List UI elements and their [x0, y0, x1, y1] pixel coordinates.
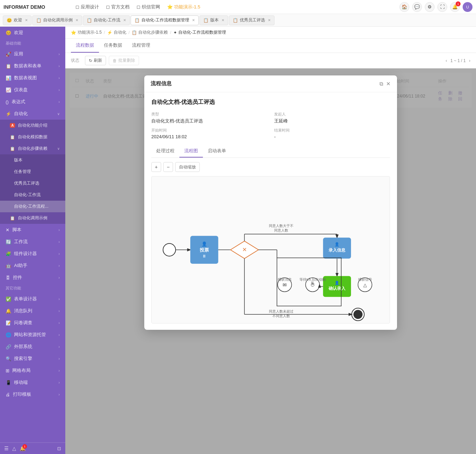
tab-employee[interactable]: 📋 优秀员工评选 ✕: [229, 15, 275, 25]
svg-text:△: △: [363, 282, 367, 288]
svg-text:发: 发: [311, 281, 314, 285]
sidebar-item-auto-intro[interactable]: A 自动化功能介绍: [0, 120, 65, 131]
tab-automation-example[interactable]: 📋 自动化调用示例 ✕: [32, 15, 82, 25]
prev-page-btn[interactable]: ‹: [446, 58, 447, 63]
dialog-tab-flowchart[interactable]: 流程图: [179, 145, 203, 158]
tab-welcome-close[interactable]: ✕: [25, 18, 28, 22]
sidebar-item-mobile[interactable]: 📱 移动端 ›: [0, 376, 65, 388]
content-tabs: 流程数据 任务数据 流程管理: [65, 39, 476, 53]
sidebar-item-datatable[interactable]: 📋 数据表和表单 ›: [0, 60, 65, 72]
tab-workflow-data[interactable]: 📋 自动化-工作流程数据管理 ✕: [131, 15, 199, 25]
sidebar-item-print[interactable]: 🖨 打印模板 ›: [0, 388, 65, 400]
dialog-tab-form[interactable]: 启动表单: [203, 145, 231, 158]
svg-text:同意人数大于不: 同意人数大于不: [269, 224, 293, 228]
sidebar-item-search[interactable]: 🔍 搜索引擎 ›: [0, 353, 65, 365]
nav-website[interactable]: ◻ 织信官网: [137, 4, 160, 10]
sidebar-item-component[interactable]: 🧩 组件设计器 ›: [0, 248, 65, 260]
sidebar-item-workflowmain[interactable]: 🔄 工作流 ›: [0, 236, 65, 248]
sidebar-item-external[interactable]: 🔗 外部系统 ›: [0, 341, 65, 353]
tab-version-close[interactable]: ✕: [222, 18, 224, 22]
sidebar-item-widget[interactable]: 🎛 控件 ›: [0, 272, 65, 283]
tabs-bar: 😊 欢迎 ✕ 📋 自动化调用示例 ✕ 📋 自动化-工作流 ✕ 📋 自动化-工作流…: [0, 14, 476, 27]
auto-fit-btn[interactable]: 自动缩放: [175, 162, 200, 172]
tab-automation-example-close[interactable]: ✕: [75, 18, 78, 22]
content-tab-flow-mgmt[interactable]: 流程管理: [127, 39, 155, 53]
sidebar-expand-right-btn[interactable]: ⊡: [57, 446, 61, 451]
app-logo: INFORMAT DEMO: [4, 4, 68, 10]
dialog-expand-btn[interactable]: ⧉: [379, 81, 383, 87]
sidebar-item-dashboard[interactable]: 📈 仪表盘 ›: [0, 84, 65, 96]
arrow-icon: ›: [59, 321, 60, 325]
layout: 😊 欢迎 基础功能 🚀 应用 › 📋 数据表和表单 › 📊 数据表视图 › 📈 …: [0, 27, 476, 454]
sidebar-notification-btn[interactable]: 🔔1: [20, 446, 26, 451]
notification-btn[interactable]: 🔔1: [450, 2, 460, 12]
sidebar-item-hosting[interactable]: 🌐 网站和资源托管 ›: [0, 329, 65, 341]
dialog-start-time-value: 2024/06/11 18:02: [151, 134, 267, 139]
ai-icon: 🤖: [6, 263, 11, 268]
dialog-type-label: 类型: [151, 112, 267, 117]
breadcrumb-step-dep[interactable]: 📋 自动化步骤依赖: [132, 29, 168, 35]
arrow-icon: ›: [59, 76, 60, 80]
refresh-button[interactable]: ↻ 刷新: [85, 56, 106, 65]
dialog-start-time-label: 开始时间: [151, 128, 267, 133]
sidebar-item-step-dep[interactable]: 📋 自动化步骤依赖 ∨: [0, 143, 65, 154]
breadcrumb-automation[interactable]: ⚡ 自动化: [107, 29, 126, 35]
nav-app-design[interactable]: ◻ 应用设计: [75, 4, 99, 10]
top-bar-right: 🏠 💬 ⚙ ⛶ 🔔1 U: [399, 2, 472, 12]
fullscreen-btn[interactable]: ⛶: [437, 2, 447, 12]
auto-call-icon: 📋: [10, 216, 15, 221]
hosting-icon: 🌐: [6, 332, 11, 338]
sidebar-item-survey[interactable]: 📝 问卷调查 ›: [0, 317, 65, 329]
arrow-icon: ›: [59, 228, 60, 232]
tab-workflow-close[interactable]: ✕: [123, 18, 126, 22]
arrow-icon: ›: [59, 309, 60, 313]
sidebar-item-auto-call[interactable]: 📋 自动化调用示例: [0, 212, 65, 224]
svg-text:捕获消息: 捕获消息: [278, 278, 292, 281]
sidebar-item-welcome[interactable]: 😊 欢迎: [0, 27, 65, 39]
svg-text:👤: 👤: [335, 242, 339, 247]
workflowmain-icon: 🔄: [6, 239, 11, 245]
content-tab-flow-data[interactable]: 流程数据: [71, 39, 99, 53]
batch-delete-button[interactable]: 🗑 批量删除: [109, 56, 139, 65]
zoom-in-btn[interactable]: +: [151, 162, 161, 172]
settings-btn[interactable]: ⚙: [425, 2, 435, 12]
sidebar-item-version[interactable]: 版本: [0, 154, 65, 166]
arrow-icon: ›: [59, 276, 60, 280]
sidebar-section-other: 其它功能: [0, 283, 65, 293]
zoom-out-btn[interactable]: −: [163, 162, 173, 172]
sidebar-item-app[interactable]: 🚀 应用 ›: [0, 48, 65, 60]
home-btn[interactable]: 🏠: [399, 2, 409, 12]
sidebar-item-ai[interactable]: 🤖 AI助手 ›: [0, 260, 65, 272]
sidebar-item-auto-mock[interactable]: 📋 自动化模拟数据: [0, 131, 65, 143]
sidebar-item-script[interactable]: ✕ 脚本 ›: [0, 224, 65, 236]
sidebar-item-dataview[interactable]: 📊 数据表视图 ›: [0, 72, 65, 84]
sidebar-item-expression[interactable]: () 表达式 ›: [0, 96, 65, 108]
tab-workflow[interactable]: 📋 自动化-工作流 ✕: [83, 15, 130, 25]
breadcrumb-demo[interactable]: ⭐ 功能演示-1.5: [71, 29, 102, 35]
nav-demo[interactable]: ⭐ 功能演示-1.5: [167, 4, 200, 10]
tab-employee-close[interactable]: ✕: [268, 18, 271, 22]
tab-version[interactable]: 📋 版本 ✕: [199, 15, 228, 25]
dialog-close-btn[interactable]: ✕: [386, 81, 391, 87]
sidebar-item-auto-workflow[interactable]: 自动化-工作流: [0, 189, 65, 201]
tab-welcome[interactable]: 😊 欢迎 ✕: [3, 15, 32, 25]
sidebar-item-form-designer[interactable]: ✅ 表单设计器 ›: [0, 293, 65, 305]
sidebar-alert-btn[interactable]: △: [12, 446, 16, 451]
sidebar-item-grid[interactable]: ⊞ 网格布局 ›: [0, 365, 65, 376]
next-page-btn[interactable]: ›: [469, 58, 470, 63]
step-dep-icon: 📋: [10, 146, 15, 151]
tab-workflow-data-close[interactable]: ✕: [192, 18, 195, 22]
sidebar-item-task-mgmt[interactable]: 任务管理: [0, 166, 65, 178]
sidebar-item-auto-workflow-data[interactable]: 自动化-工作流程...: [0, 201, 65, 212]
dialog-tab-process[interactable]: 处理过程: [151, 145, 179, 158]
sidebar-item-employee-select[interactable]: 优秀员工评选: [0, 178, 65, 189]
arrow-icon: ›: [59, 333, 60, 337]
nav-docs[interactable]: ◻ 官方文档: [106, 4, 130, 10]
sidebar-collapse-btn[interactable]: ☰: [4, 446, 9, 451]
content-tab-task-data[interactable]: 任务数据: [99, 39, 127, 53]
dialog-flow-name: 自动化文档-优选员工评选: [151, 99, 390, 106]
sidebar-item-message-queue[interactable]: 🔔 消息队列 ›: [0, 305, 65, 317]
chat-btn[interactable]: 💬: [412, 2, 422, 12]
sidebar-item-automation[interactable]: ⚡ 自动化 ∨: [0, 108, 65, 120]
avatar[interactable]: U: [463, 2, 472, 12]
